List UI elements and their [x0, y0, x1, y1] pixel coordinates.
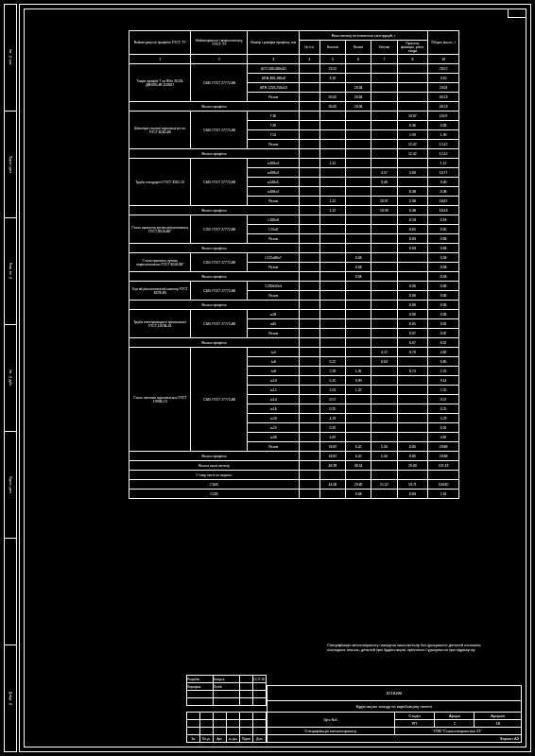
title-block: 0218-КМ Будівництво заводу по виробництв…: [267, 685, 522, 743]
strip-cell: Довідк. №: [5, 644, 16, 751]
project-title: Будівництво заводу по виробництву пеллет: [268, 701, 522, 713]
org-name: ТОВ "Стальспецмонтаж 21": [394, 728, 522, 735]
strip-cell: Взам. інв. №: [5, 217, 16, 324]
sheet-value: 2: [435, 720, 475, 728]
binding-strip: Інв. № ориг. Підпис і дата Взам. інв. № …: [4, 4, 17, 752]
strip-cell: Інв. № дубл.: [5, 324, 16, 431]
strip-cell: Інв. № ориг.: [5, 5, 16, 111]
strip-cell: Підпис і дата: [5, 431, 16, 538]
sheet-frame: Найменування профілю ГОСТ, ТУНайменуванн…: [19, 4, 531, 752]
stage-value: РП: [394, 720, 435, 728]
inner-frame: Найменування профілю ГОСТ, ТУНайменуванн…: [24, 9, 526, 747]
strip-cell: Підпис і дата: [5, 111, 16, 217]
corner-mark: [508, 9, 526, 18]
stage-header: Стадія: [394, 713, 435, 720]
revision-block: Зм.Кіл.уч.Арк.№ док.ПідписДата: [186, 712, 267, 743]
signatures: РозробивКокарєв12.17.18 ПеревіривПетей: [186, 675, 267, 706]
object-name: Цех №1: [268, 713, 395, 728]
drawing-code: 0218-КМ: [268, 686, 522, 701]
footnote: Специфікація металопрокату наведена маси…: [327, 643, 497, 652]
doc-title: Специфікація металопрокату: [268, 728, 395, 735]
format: Формат А3: [268, 735, 522, 743]
sheets-header: Аркушів: [475, 713, 522, 720]
sheets-value: 18: [475, 720, 522, 728]
specification-table: Найменування профілю ГОСТ, ТУНайменуванн…: [129, 30, 459, 499]
strip-cell: [5, 538, 16, 644]
sheet-header: Аркуш: [435, 713, 475, 720]
